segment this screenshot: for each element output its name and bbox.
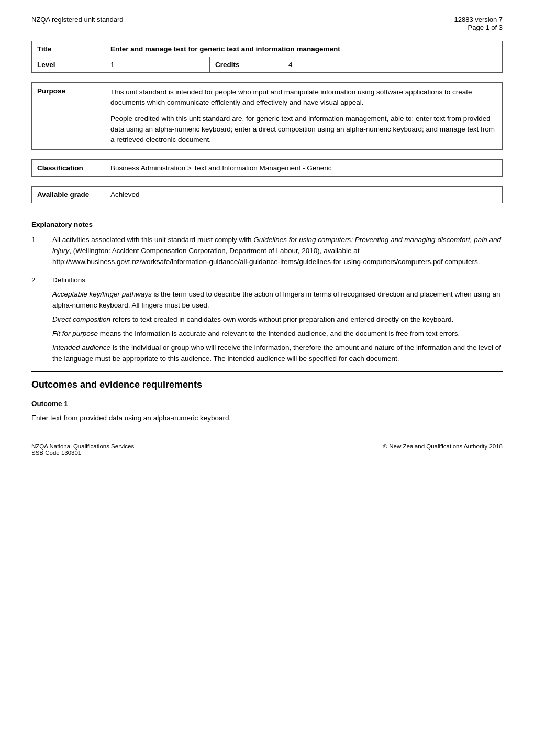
credits-label: Credits xyxy=(210,57,283,73)
def-direct: Direct composition refers to text create… xyxy=(52,314,503,325)
page-footer: NZQA National Qualifications Services SS… xyxy=(31,440,503,461)
page-info: Page 1 of 3 xyxy=(454,24,503,31)
note-num-2: 2 xyxy=(31,275,52,364)
level-label: Level xyxy=(32,57,105,73)
def-fit: Fit for purpose means the information is… xyxy=(52,328,503,339)
registered-unit-label: NZQA registered unit standard xyxy=(31,16,124,24)
footer-org: NZQA National Qualifications Services xyxy=(31,443,134,450)
level-row: Level 1 Credits 4 xyxy=(32,57,503,73)
purpose-row: Purpose This unit standard is intended f… xyxy=(32,83,503,150)
page-header: NZQA registered unit standard 12883 vers… xyxy=(31,16,503,31)
header-right: 12883 version 7 Page 1 of 3 xyxy=(454,16,503,31)
def-direct-term: Direct composition xyxy=(52,315,110,323)
note-content-2: Definitions Acceptable key/finger pathwa… xyxy=(52,275,503,364)
classification-label: Classification xyxy=(32,160,105,177)
classification-value: Business Administration > Text and Infor… xyxy=(105,160,503,177)
footer-copyright: © New Zealand Qualifications Authority 2… xyxy=(383,443,503,456)
section-divider-1 xyxy=(31,215,503,215)
purpose-label: Purpose xyxy=(32,83,105,150)
purpose-content: This unit standard is intended for peopl… xyxy=(105,83,503,150)
grade-label: Available grade xyxy=(32,187,105,203)
note1-text: All activities associated with this unit… xyxy=(52,235,503,268)
purpose-table: Purpose This unit standard is intended f… xyxy=(31,82,503,150)
note-num-1: 1 xyxy=(31,235,52,268)
level-value: 1 xyxy=(105,57,210,73)
notes-list: 1 All activities associated with this un… xyxy=(31,235,503,364)
grade-row: Available grade Achieved xyxy=(32,187,503,203)
title-row: Title Enter and manage text for generic … xyxy=(32,41,503,57)
purpose-para2: People credited with this unit standard … xyxy=(110,114,497,146)
def-intended: Intended audience is the individual or g… xyxy=(52,343,503,365)
outcome1-label: Outcome 1 xyxy=(31,400,503,408)
classification-row: Classification Business Administration >… xyxy=(32,160,503,177)
note-item-2: 2 Definitions Acceptable key/finger path… xyxy=(31,275,503,364)
outcome1-text: Enter text from provided data using an a… xyxy=(31,413,503,424)
outcomes-section: Outcomes and evidence requirements Outco… xyxy=(31,371,503,424)
note1-italic: Guidelines for using computers: Preventi… xyxy=(52,236,501,255)
title-value: Enter and manage text for generic text a… xyxy=(105,41,503,57)
def-acceptable: Acceptable key/finger pathways is the te… xyxy=(52,289,503,311)
grade-value: Achieved xyxy=(105,187,503,203)
purpose-para1: This unit standard is intended for peopl… xyxy=(110,87,497,108)
footer-left: NZQA National Qualifications Services SS… xyxy=(31,443,134,456)
note-item-1: 1 All activities associated with this un… xyxy=(31,235,503,268)
footer-ssb: SSB Code 130301 xyxy=(31,450,134,456)
credits-value: 4 xyxy=(283,57,503,73)
note-content-1: All activities associated with this unit… xyxy=(52,235,503,268)
purpose-text: This unit standard is intended for peopl… xyxy=(110,87,497,145)
version-info: 12883 version 7 xyxy=(454,16,503,24)
classification-table: Classification Business Administration >… xyxy=(31,159,503,177)
grade-table: Available grade Achieved xyxy=(31,186,503,203)
outcomes-title: Outcomes and evidence requirements xyxy=(31,379,503,390)
title-table: Title Enter and manage text for generic … xyxy=(31,41,503,73)
def-intended-term: Intended audience xyxy=(52,344,110,352)
explanatory-notes-title: Explanatory notes xyxy=(31,221,503,228)
def-acceptable-term: Acceptable key/finger pathways xyxy=(52,290,152,298)
def-fit-term: Fit for purpose xyxy=(52,330,98,337)
title-label: Title xyxy=(32,41,105,57)
header-left: NZQA registered unit standard xyxy=(31,16,124,24)
definitions-label: Definitions xyxy=(52,275,503,286)
